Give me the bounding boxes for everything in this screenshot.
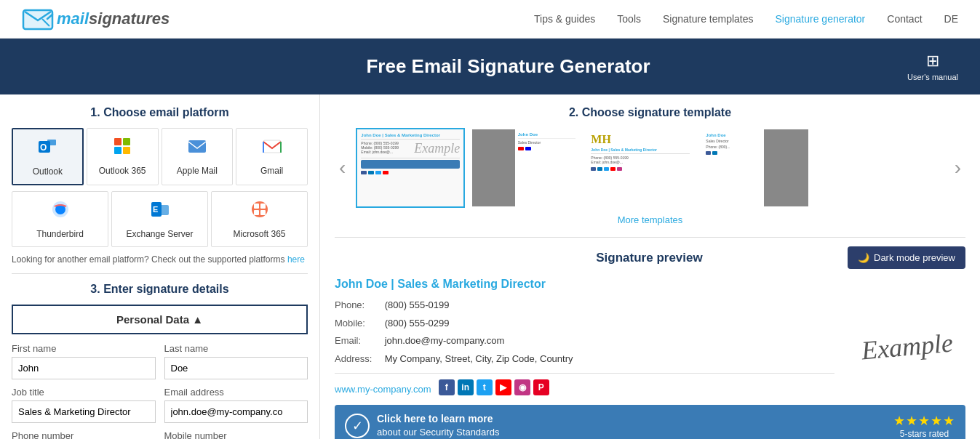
- sig-name: John Doe | Sales & Marketing Director: [335, 278, 965, 291]
- sig-phone-value: (800) 555-0199: [385, 299, 450, 310]
- sig-website[interactable]: www.my-company.com: [335, 384, 431, 395]
- dark-mode-label: Dark mode preview: [874, 252, 955, 263]
- preview-divider: [335, 237, 965, 238]
- sig-rating: ★★★★★ 5-stars rated: [893, 413, 955, 439]
- logo-signatures: signatures: [89, 9, 170, 28]
- template-card-2[interactable]: John Doe Sales Director: [471, 128, 580, 208]
- applemail-label: Apple Mail: [177, 166, 218, 176]
- svg-rect-7: [114, 147, 121, 154]
- moon-icon: 🌙: [858, 252, 869, 263]
- sig-table: Phone: (800) 555-0199 Mobile: (800) 555-…: [335, 297, 834, 368]
- sig-divider: [335, 373, 834, 374]
- nav-tips[interactable]: Tips & guides: [534, 13, 595, 25]
- platform-gmail[interactable]: Gmail: [236, 128, 308, 185]
- right-panel: 2. Choose signature template ‹ John Doe …: [320, 94, 980, 439]
- pinterest-icon[interactable]: P: [533, 379, 549, 395]
- svg-text:O: O: [40, 142, 47, 153]
- template-card-4[interactable]: John Doe Sales Director Phone: (800)...: [701, 128, 810, 208]
- instagram-icon[interactable]: ◉: [514, 379, 530, 395]
- platform-thunderbird[interactable]: Thunderbird: [12, 191, 108, 247]
- youtube-icon[interactable]: ▶: [495, 379, 511, 395]
- platform-exchange[interactable]: E Exchange Server: [111, 191, 208, 247]
- sig-rated: 5-stars rated: [893, 429, 955, 439]
- facebook-icon[interactable]: f: [439, 379, 455, 395]
- sig-details-left: Phone: (800) 555-0199 Mobile: (800) 555-…: [335, 297, 834, 398]
- sig-logo: Example: [849, 297, 965, 398]
- svg-text:E: E: [153, 205, 158, 214]
- sig-content: Phone: (800) 555-0199 Mobile: (800) 555-…: [335, 297, 965, 398]
- nav-contact[interactable]: Contact: [887, 13, 922, 25]
- nav-de[interactable]: DE: [944, 13, 958, 25]
- sig-email-row: Email: john.doe@my-company.com: [335, 332, 834, 350]
- platform-applemail[interactable]: Apple Mail: [162, 128, 234, 185]
- divider: [12, 273, 308, 274]
- name-row: First name Last name: [12, 343, 308, 379]
- thunderbird-label: Thunderbird: [36, 229, 84, 239]
- main-content: 1. Choose email platform O Outlook Outlo…: [0, 94, 980, 439]
- phone-label: Phone number: [12, 430, 156, 439]
- security-icon: ✓: [345, 414, 370, 438]
- nav-tools[interactable]: Tools: [617, 13, 641, 25]
- first-name-label: First name: [12, 343, 156, 354]
- job-title-label: Job title: [12, 387, 156, 398]
- svg-rect-5: [114, 138, 121, 145]
- sig-bottom-bar[interactable]: ✓ Click here to learn more about our Sec…: [335, 405, 965, 439]
- platform-outlook365[interactable]: Outlook 365: [87, 128, 159, 185]
- preview-header: Signature preview 🌙 Dark mode preview: [335, 246, 965, 269]
- carousel-next[interactable]: ›: [950, 156, 965, 180]
- details-section-title: 3. Enter signature details: [12, 283, 308, 296]
- first-name-group: First name: [12, 343, 156, 379]
- social-icons: f in t ▶ ◉ P: [439, 379, 549, 395]
- sig-mobile-value: (800) 555-0299: [385, 318, 450, 329]
- nav-templates[interactable]: Signature templates: [663, 13, 754, 25]
- svg-rect-6: [123, 138, 130, 145]
- sig-footer: www.my-company.com f in t ▶ ◉ P: [335, 378, 834, 398]
- preview-title: Signature preview: [596, 251, 702, 265]
- sig-bottom-text2: about our Security Standards: [377, 427, 499, 438]
- templates-row: John Doe | Sales & Marketing Director Ph…: [356, 128, 944, 208]
- gmail-icon: [262, 136, 282, 161]
- dark-mode-button[interactable]: 🌙 Dark mode preview: [848, 246, 965, 269]
- platform-microsoft365[interactable]: Microsoft 365: [211, 191, 308, 247]
- gmail-label: Gmail: [260, 166, 283, 176]
- outlook365-label: Outlook 365: [99, 166, 146, 176]
- nav-generator[interactable]: Signature generator: [776, 13, 866, 25]
- template-card-3[interactable]: MH John Doe | Sales & Marketing Director…: [586, 128, 695, 208]
- email-input[interactable]: [164, 400, 308, 423]
- sig-mobile-label: Mobile:: [335, 315, 382, 333]
- linkedin-icon[interactable]: in: [458, 379, 474, 395]
- example-logo-text: Example: [860, 328, 954, 366]
- job-title-group: Job title: [12, 387, 156, 423]
- twitter-icon[interactable]: t: [477, 379, 493, 395]
- last-name-input[interactable]: [164, 357, 308, 379]
- svg-rect-10: [263, 140, 281, 153]
- left-panel: 1. Choose email platform O Outlook Outlo…: [0, 94, 320, 439]
- job-title-input[interactable]: [12, 400, 156, 423]
- email-label: Email address: [164, 387, 308, 398]
- svg-rect-8: [123, 147, 130, 154]
- more-templates-link[interactable]: More templates: [618, 214, 683, 225]
- template-card-1[interactable]: John Doe | Sales & Marketing Director Ph…: [356, 128, 465, 208]
- logo[interactable]: mailsignatures: [22, 6, 170, 32]
- platform-section-title: 1. Choose email platform: [12, 106, 308, 119]
- platform-outlook[interactable]: O Outlook: [12, 128, 84, 185]
- sig-address-row: Address: My Company, Street, City, Zip C…: [335, 350, 834, 368]
- thunderbird-icon: [50, 199, 71, 225]
- personal-data-toggle[interactable]: Personal Data ▲: [12, 305, 308, 334]
- more-templates: More templates: [335, 214, 965, 225]
- platform-grid: O Outlook Outlook 365 Apple Mail: [12, 128, 308, 185]
- svg-rect-20: [260, 210, 266, 215]
- sig-email-label: Email:: [335, 332, 382, 350]
- user-manual-button[interactable]: ⊞ User's manual: [907, 52, 958, 81]
- template-section: 2. Choose signature template ‹ John Doe …: [335, 106, 965, 225]
- sig-phone-row: Phone: (800) 555-0199: [335, 297, 834, 315]
- microsoft365-icon: [250, 199, 270, 225]
- template-section-title: 2. Choose signature template: [335, 106, 965, 119]
- mobile-label: Mobile number: [164, 430, 308, 439]
- carousel-prev[interactable]: ‹: [335, 156, 350, 180]
- svg-rect-19: [254, 210, 259, 215]
- exchange-label: Exchange Server: [126, 229, 193, 239]
- supported-link[interactable]: here: [287, 254, 305, 265]
- svg-rect-17: [254, 204, 259, 209]
- first-name-input[interactable]: [12, 357, 156, 379]
